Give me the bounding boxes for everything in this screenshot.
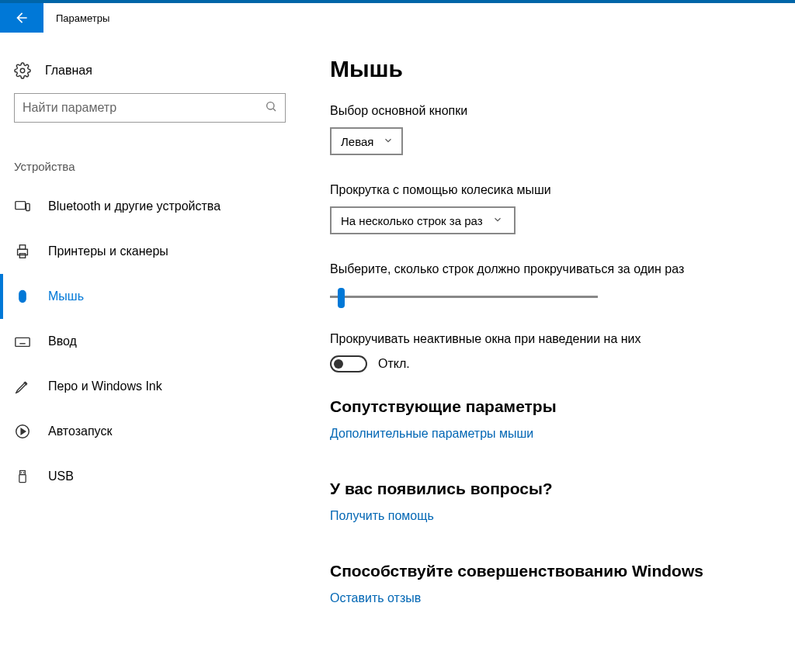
slider-track bbox=[330, 296, 598, 298]
chevron-down-icon bbox=[492, 214, 503, 227]
sidebar-item-printers[interactable]: Принтеры и сканеры bbox=[14, 229, 295, 274]
additional-mouse-settings-link[interactable]: Дополнительные параметры мыши bbox=[330, 427, 533, 441]
svg-point-0 bbox=[20, 68, 25, 73]
sidebar-item-label: Перо и Windows Ink bbox=[48, 379, 162, 393]
sidebar-item-mouse[interactable]: Мышь bbox=[0, 274, 295, 319]
sidebar-item-label: Автозапуск bbox=[48, 424, 112, 438]
mouse-icon bbox=[14, 288, 31, 305]
titlebar: Параметры bbox=[0, 0, 795, 33]
get-help-link[interactable]: Получить помощь bbox=[330, 509, 434, 523]
printer-icon bbox=[14, 243, 31, 260]
window-title: Параметры bbox=[56, 12, 109, 24]
sidebar-item-label: Ввод bbox=[48, 334, 77, 348]
gear-icon bbox=[14, 62, 31, 79]
page-title: Мышь bbox=[330, 56, 772, 82]
primary-button-dropdown[interactable]: Левая bbox=[330, 127, 403, 155]
svg-rect-10 bbox=[16, 338, 30, 346]
sidebar-item-usb[interactable]: USB bbox=[14, 454, 295, 499]
chevron-down-icon bbox=[383, 135, 394, 148]
svg-rect-18 bbox=[20, 471, 26, 475]
back-button[interactable] bbox=[0, 3, 43, 33]
svg-point-1 bbox=[267, 102, 274, 109]
svg-rect-3 bbox=[16, 202, 26, 210]
sidebar-item-label: Bluetooth и другие устройства bbox=[48, 199, 220, 213]
sidebar-item-bluetooth[interactable]: Bluetooth и другие устройства bbox=[14, 184, 295, 229]
sidebar-item-pen[interactable]: Перо и Windows Ink bbox=[14, 364, 295, 409]
home-label: Главная bbox=[45, 64, 92, 78]
dropdown-value: Левая bbox=[341, 135, 373, 148]
pen-icon bbox=[14, 378, 31, 395]
svg-marker-17 bbox=[21, 428, 26, 434]
sidebar-item-label: USB bbox=[48, 469, 74, 483]
svg-rect-19 bbox=[19, 475, 26, 483]
lines-per-scroll-label: Выберите, сколько строк должно прокручив… bbox=[330, 262, 772, 276]
sidebar-category: Устройства bbox=[14, 160, 295, 173]
svg-rect-4 bbox=[26, 203, 30, 210]
sidebar-item-typing[interactable]: Ввод bbox=[14, 319, 295, 364]
scroll-mode-dropdown[interactable]: На несколько строк за раз bbox=[330, 206, 516, 234]
primary-button-label: Выбор основной кнопки bbox=[330, 104, 772, 118]
sidebar-item-autoplay[interactable]: Автозапуск bbox=[14, 409, 295, 454]
toggle-state-label: Откл. bbox=[378, 357, 410, 371]
keyboard-icon bbox=[14, 333, 31, 350]
related-heading: Сопутствующие параметры bbox=[330, 397, 772, 416]
sidebar-item-label: Мышь bbox=[48, 289, 84, 303]
feedback-link[interactable]: Оставить отзыв bbox=[330, 591, 421, 605]
sidebar: Главная Устройства Bluetooth и другие ус… bbox=[0, 56, 295, 605]
slider-thumb[interactable] bbox=[338, 288, 345, 308]
usb-icon bbox=[14, 468, 31, 485]
toggle-knob bbox=[334, 359, 343, 369]
home-button[interactable]: Главная bbox=[14, 56, 295, 93]
lines-slider[interactable] bbox=[330, 286, 598, 309]
search-input[interactable] bbox=[23, 101, 255, 115]
dropdown-value: На несколько строк за раз bbox=[341, 214, 483, 227]
svg-line-2 bbox=[273, 109, 276, 111]
help-heading: У вас появились вопросы? bbox=[330, 480, 772, 498]
sidebar-item-label: Принтеры и сканеры bbox=[48, 244, 168, 258]
svg-rect-5 bbox=[18, 249, 28, 255]
scroll-mode-label: Прокрутка с помощью колесика мыши bbox=[330, 183, 772, 197]
inactive-windows-label: Прокручивать неактивные окна при наведен… bbox=[330, 332, 772, 346]
svg-rect-6 bbox=[19, 245, 25, 250]
devices-icon bbox=[14, 198, 31, 215]
inactive-windows-toggle[interactable] bbox=[330, 355, 367, 372]
main-panel: Мышь Выбор основной кнопки Левая Прокрут… bbox=[295, 56, 795, 605]
search-box[interactable] bbox=[14, 93, 286, 123]
arrow-left-icon bbox=[14, 10, 30, 26]
search-icon bbox=[265, 100, 277, 116]
svg-rect-7 bbox=[19, 254, 25, 258]
feedback-heading: Способствуйте совершенствованию Windows bbox=[330, 562, 772, 580]
autoplay-icon bbox=[14, 423, 31, 440]
